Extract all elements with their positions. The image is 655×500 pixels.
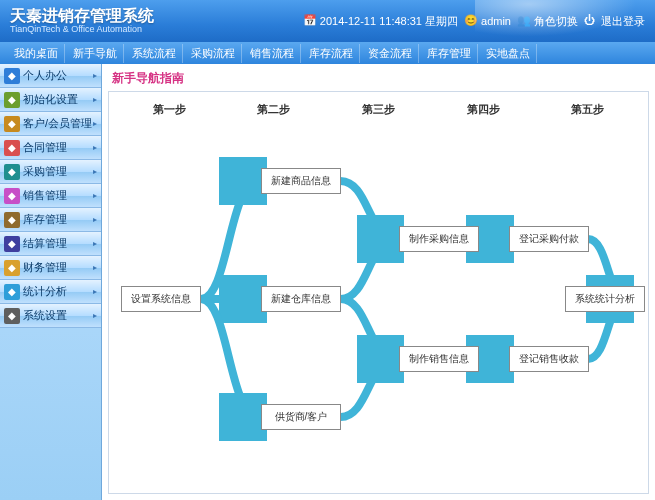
tab-desktop[interactable]: 我的桌面 bbox=[8, 44, 65, 63]
sidebar-item-10[interactable]: ◆系统设置▸ bbox=[0, 304, 101, 328]
sidebar-item-6[interactable]: ◆库存管理▸ bbox=[0, 208, 101, 232]
sidebar-icon-5: ◆ bbox=[4, 188, 20, 204]
node-make-purchase[interactable]: 制作采购信息 bbox=[399, 226, 479, 252]
node-new-product[interactable]: 新建商品信息 bbox=[261, 168, 341, 194]
chevron-right-icon: ▸ bbox=[93, 95, 97, 104]
sidebar-icon-6: ◆ bbox=[4, 212, 20, 228]
sidebar-label-0: 个人办公 bbox=[23, 68, 67, 83]
sidebar-label-8: 财务管理 bbox=[23, 260, 67, 275]
sidebar-item-4[interactable]: ◆采购管理▸ bbox=[0, 160, 101, 184]
sidebar: ◆个人办公▸◆初始化设置▸◆客户/会员管理▸◆合同管理▸◆采购管理▸◆销售管理▸… bbox=[0, 64, 102, 500]
node-supplier-customer[interactable]: 供货商/客户 bbox=[261, 404, 341, 430]
logout-button[interactable]: ⏻ 退出登录 bbox=[584, 14, 645, 29]
user-icon: 😊 bbox=[464, 14, 478, 28]
tab-inventory[interactable]: 实地盘点 bbox=[480, 44, 537, 63]
node-setup-system[interactable]: 设置系统信息 bbox=[121, 286, 201, 312]
sidebar-item-2[interactable]: ◆客户/会员管理▸ bbox=[0, 112, 101, 136]
tab-stock-flow[interactable]: 库存流程 bbox=[303, 44, 360, 63]
sidebar-item-1[interactable]: ◆初始化设置▸ bbox=[0, 88, 101, 112]
sidebar-label-9: 统计分析 bbox=[23, 284, 67, 299]
node-make-sales[interactable]: 制作销售信息 bbox=[399, 346, 479, 372]
sidebar-label-1: 初始化设置 bbox=[23, 92, 78, 107]
sidebar-icon-9: ◆ bbox=[4, 284, 20, 300]
datetime-display: 📅 2014-12-11 11:48:31 星期四 bbox=[303, 14, 458, 29]
sidebar-item-9[interactable]: ◆统计分析▸ bbox=[0, 280, 101, 304]
chevron-right-icon: ▸ bbox=[93, 119, 97, 128]
role-switch-button[interactable]: 👥 角色切换 bbox=[517, 14, 578, 29]
sidebar-icon-4: ◆ bbox=[4, 164, 20, 180]
sidebar-icon-7: ◆ bbox=[4, 236, 20, 252]
main-panel: 新手导航指南 第一步 第二步 第三步 第四步 第五步 bbox=[102, 64, 655, 500]
sidebar-label-6: 库存管理 bbox=[23, 212, 67, 227]
tab-purchase-flow[interactable]: 采购流程 bbox=[185, 44, 242, 63]
flow-diagram: 设置系统信息 新建商品信息 新建仓库信息 供货商/客户 制作采购信息 制作销售信… bbox=[109, 121, 648, 471]
node-new-warehouse[interactable]: 新建仓库信息 bbox=[261, 286, 341, 312]
step-label-5: 第五步 bbox=[535, 102, 640, 117]
sidebar-icon-3: ◆ bbox=[4, 140, 20, 156]
sidebar-item-7[interactable]: ◆结算管理▸ bbox=[0, 232, 101, 256]
app-subtitle: TianQinTech & Office Automation bbox=[10, 25, 154, 35]
sidebar-label-10: 系统设置 bbox=[23, 308, 67, 323]
chevron-right-icon: ▸ bbox=[93, 143, 97, 152]
panel-title: 新手导航指南 bbox=[102, 64, 655, 89]
power-icon: ⏻ bbox=[584, 14, 598, 28]
sidebar-icon-1: ◆ bbox=[4, 92, 20, 108]
sidebar-item-3[interactable]: ◆合同管理▸ bbox=[0, 136, 101, 160]
node-statistics[interactable]: 系统统计分析 bbox=[565, 286, 645, 312]
sidebar-label-4: 采购管理 bbox=[23, 164, 67, 179]
sidebar-icon-10: ◆ bbox=[4, 308, 20, 324]
chevron-right-icon: ▸ bbox=[93, 239, 97, 248]
step-label-3: 第三步 bbox=[326, 102, 431, 117]
tab-fund-flow[interactable]: 资金流程 bbox=[362, 44, 419, 63]
tab-system-flow[interactable]: 系统流程 bbox=[126, 44, 183, 63]
sidebar-label-7: 结算管理 bbox=[23, 236, 67, 251]
chevron-right-icon: ▸ bbox=[93, 263, 97, 272]
sidebar-label-2: 客户/会员管理 bbox=[23, 116, 92, 131]
sidebar-label-5: 销售管理 bbox=[23, 188, 67, 203]
tab-stock-mgmt[interactable]: 库存管理 bbox=[421, 44, 478, 63]
chevron-right-icon: ▸ bbox=[93, 71, 97, 80]
chevron-right-icon: ▸ bbox=[93, 287, 97, 296]
chevron-right-icon: ▸ bbox=[93, 215, 97, 224]
sidebar-icon-8: ◆ bbox=[4, 260, 20, 276]
tab-sales-flow[interactable]: 销售流程 bbox=[244, 44, 301, 63]
chevron-right-icon: ▸ bbox=[93, 311, 97, 320]
step-label-1: 第一步 bbox=[117, 102, 222, 117]
step-label-2: 第二步 bbox=[222, 102, 327, 117]
tab-bar: 我的桌面 新手导航 系统流程 采购流程 销售流程 库存流程 资金流程 库存管理 … bbox=[0, 42, 655, 64]
guide-panel: 第一步 第二步 第三步 第四步 第五步 bbox=[108, 91, 649, 494]
sidebar-item-8[interactable]: ◆财务管理▸ bbox=[0, 256, 101, 280]
tab-guide[interactable]: 新手导航 bbox=[67, 44, 124, 63]
sidebar-item-5[interactable]: ◆销售管理▸ bbox=[0, 184, 101, 208]
sidebar-label-3: 合同管理 bbox=[23, 140, 67, 155]
app-header: 天秦进销存管理系统 TianQinTech & Office Automatio… bbox=[0, 0, 655, 42]
node-register-purchase-pay[interactable]: 登记采购付款 bbox=[509, 226, 589, 252]
calendar-icon: 📅 bbox=[303, 14, 317, 28]
step-headers: 第一步 第二步 第三步 第四步 第五步 bbox=[109, 92, 648, 121]
role-icon: 👥 bbox=[517, 14, 531, 28]
sidebar-icon-2: ◆ bbox=[4, 116, 20, 132]
app-title: 天秦进销存管理系统 bbox=[10, 7, 154, 25]
sidebar-item-0[interactable]: ◆个人办公▸ bbox=[0, 64, 101, 88]
step-label-4: 第四步 bbox=[431, 102, 536, 117]
chevron-right-icon: ▸ bbox=[93, 191, 97, 200]
node-register-sales-receive[interactable]: 登记销售收款 bbox=[509, 346, 589, 372]
sidebar-icon-0: ◆ bbox=[4, 68, 20, 84]
user-display[interactable]: 😊 admin bbox=[464, 14, 511, 28]
chevron-right-icon: ▸ bbox=[93, 167, 97, 176]
